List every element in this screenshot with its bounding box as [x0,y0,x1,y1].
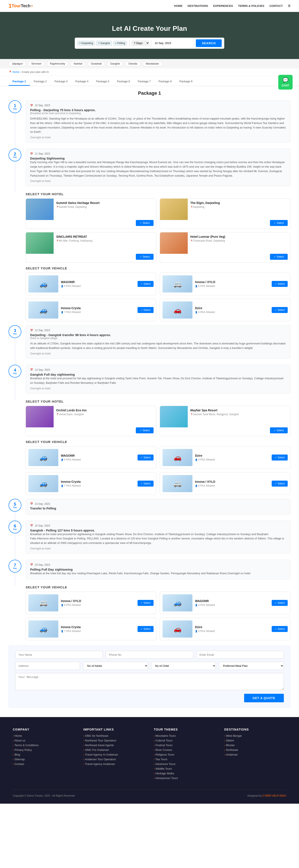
tab-package-3[interactable]: Package 3 [51,78,71,86]
select-vehicle-3-btn[interactable]: Select [137,307,154,313]
select-vehicle-11-btn[interactable]: Select [137,626,154,632]
tag-pelling[interactable]: × Pelling [113,41,127,45]
chat-button[interactable]: 💬 CHAT [278,75,293,90]
day-6-overnight: Overnight at hotel. [30,547,286,550]
footer-link-mountains[interactable]: Mountains Tours [154,734,216,737]
nav-experiences[interactable]: EXPERIENCES [213,4,233,7]
footer-link-andaman-operators[interactable]: Andaman Tour Operators [83,758,145,761]
date-input[interactable] [153,41,192,45]
email-input[interactable] [196,651,284,659]
tab-package-4[interactable]: Package 4 [71,78,92,86]
footer-link-honeymoon[interactable]: Honeymoon Tours [154,776,216,780]
search-button[interactable]: SEARCH [196,39,222,47]
footer-link-privacy[interactable]: Privacy Policy [13,748,75,751]
footer-link-religious[interactable]: Religious Tours [154,753,216,756]
meal-select[interactable]: Preferred Meal Plan With Breakfast With … [219,662,284,670]
tag-gangtok[interactable]: × Gangtok [96,41,112,45]
select-hotel-6-btn[interactable]: Select [270,427,288,433]
select-vehicle-9-btn[interactable]: Select [137,600,154,606]
select-vehicle-12-btn[interactable]: Select [272,626,288,632]
select-vehicle-10-btn[interactable]: Select [272,600,288,606]
hotel-img-5 [26,406,54,427]
select-hotel-1-btn[interactable]: Select [136,220,154,226]
phone-input[interactable] [106,651,193,659]
select-vehicle-7-btn[interactable]: Select [137,480,154,487]
get-quote-button[interactable]: GET A QUOTE [244,694,284,702]
tab-package-1[interactable]: Package 1 [8,78,30,86]
select-vehicle-6-btn[interactable]: Select [272,455,288,461]
breadcrumb-home[interactable]: Home [12,70,19,73]
select-hotel-3-btn[interactable]: Select [136,254,154,260]
select-vehicle-1-btn[interactable]: Select [137,281,154,287]
select-hotel-4-btn[interactable]: Select [270,254,288,260]
footer-link-river[interactable]: River Cruises [154,748,216,751]
footer-link-terms[interactable]: Terms & Conditions [13,744,75,747]
chat-label: CHAT [282,84,289,87]
nav-contact[interactable]: CONTACT [269,4,283,7]
footer-link-agency-andaman[interactable]: Travel Agency Andaman [83,763,145,766]
tab-package-2[interactable]: Package 2 [30,78,51,86]
nav-home[interactable]: HOME [174,4,182,7]
select-vehicle-5-btn[interactable]: Select [137,455,154,461]
tab-package-9[interactable]: Package 9 [175,78,196,86]
footer-link-west-bengal[interactable]: West Bengal [224,734,286,737]
vehicle-name-3: Innova Crysta [61,306,135,310]
chip-gangtok[interactable]: Gangtok [107,61,123,66]
footer-link-festival[interactable]: Festival Tours [154,744,216,747]
footer-link-blog[interactable]: Blog [13,753,75,756]
footer-link-omc-andaman[interactable]: OMC For Andaman [83,748,145,751]
footer-link-northeast[interactable]: Northeast [224,748,286,751]
footer-link-andaman[interactable]: Andaman [224,753,286,756]
select-vehicle-8-btn[interactable]: Select [272,480,288,487]
footer-link-sikkim[interactable]: Sikkim [224,739,286,742]
day-3-desc: At an altitude of 1750m, Gangtok became … [30,341,286,350]
days-select[interactable]: 7 Days 5 Days 10 Days [131,40,149,46]
footer-link-ne-operators[interactable]: Northeast Tour Operators [83,739,145,742]
chip-rajahmundry[interactable]: Rajahmundry [47,61,68,66]
nav-terms[interactable]: TERMS & POLICIES [238,4,264,7]
footer-link-adventure[interactable]: Adventure Tours [154,763,216,766]
day-2-section: 2 Day 📅 11 Sep, 2023 Darjeeling Sightsee… [8,149,291,186]
footer-important-links: OMC for Northeast Northeast Tour Operato… [83,734,145,766]
calendar-icon-5: 📅 [30,502,33,505]
vehicle-pax-3: 7 PAX Allowed [61,311,135,314]
select-hotel-2-btn[interactable]: Select [270,220,288,226]
footer-link-home[interactable]: Home [13,734,75,737]
footer-link-wildlife[interactable]: Wildlife Tours [154,767,216,770]
tag-darjeeling[interactable]: × Darjeeling [77,41,95,45]
footer-link-about[interactable]: About us [13,739,75,742]
address-input[interactable] [15,662,80,670]
tab-package-5[interactable]: Package 5 [92,78,113,86]
tab-package-8[interactable]: Package 8 [155,78,175,86]
footer-link-travel-andaman[interactable]: Travel Agency In Andaman [83,753,145,756]
tab-package-6[interactable]: Package 6 [113,78,134,86]
nav-destinations[interactable]: DESTINATIONS [188,4,208,7]
tab-package-7[interactable]: Package 7 [134,78,155,86]
footer-link-heritage[interactable]: Heritage Walks [154,772,216,775]
vehicle-card-6: 🚗 Dzire 4 PAX Allowed Select [160,446,291,469]
footer-destinations-title: DESTINATIONS [224,728,286,731]
select-vehicle-2-btn[interactable]: Select [272,281,288,287]
your-name-input[interactable] [15,651,103,659]
select-hotel-5-btn[interactable]: Select [136,427,154,433]
chip-guwahati[interactable]: Guwahati [88,61,105,66]
footer-link-tea[interactable]: Tea Tours [154,758,216,761]
footer-link-sitemap[interactable]: Sitemap [13,758,75,761]
vehicle-img-8: 🚐 [163,475,192,492]
select-vehicle-4-btn[interactable]: Select [272,307,288,313]
message-textarea[interactable] [15,673,284,690]
hamburger-icon[interactable]: ☰ [288,4,291,7]
chip-nainital[interactable]: Nainital [70,61,86,66]
chip-siromani[interactable]: Siromani [28,61,44,66]
footer-link-ne-agents[interactable]: Northeast travel Agents [83,744,145,747]
chip-mandalulan[interactable]: Mandalulan [143,61,162,66]
chip-jalpaiguri[interactable]: Jalpaiguri [8,61,26,66]
designer-link[interactable]: CYBER HELP INDIA [263,794,286,797]
footer-link-omc-ne[interactable]: OMC for Northeast [83,734,145,737]
footer-link-bhutan[interactable]: Bhutan [224,744,286,747]
adults-select[interactable]: No of Adults 12345 [83,662,148,670]
footer-link-cultural[interactable]: Cultural Tours [154,739,216,742]
chip-ostralia[interactable]: Ostralia [125,61,140,66]
child-select[interactable]: No of Child 0123 [151,662,216,670]
footer-link-contact[interactable]: Contact [13,763,75,766]
